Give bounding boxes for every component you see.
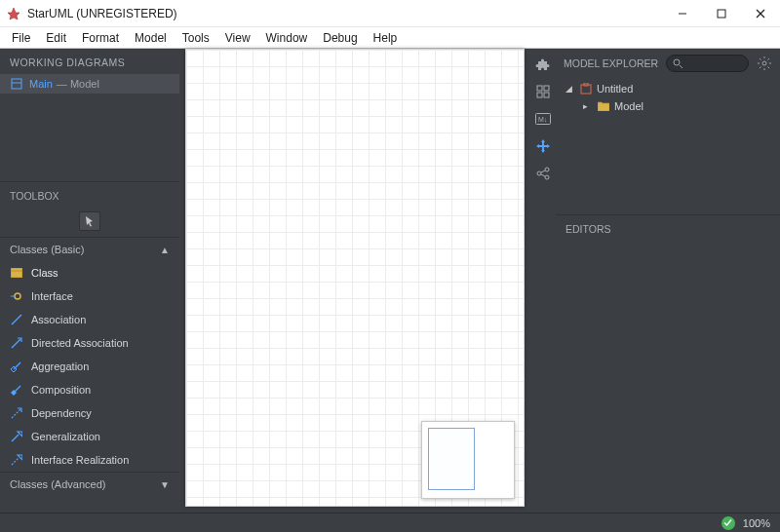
tool-interface[interactable]: Interface — [0, 285, 179, 308]
menu-window[interactable]: Window — [258, 29, 316, 47]
window-title: StarUML (UNREGISTERED) — [27, 7, 663, 20]
folder-icon — [597, 99, 610, 113]
svg-line-12 — [12, 339, 20, 348]
working-diagram-type: — Model — [57, 78, 99, 90]
maximize-button[interactable] — [702, 0, 741, 27]
zoom-level[interactable]: 100% — [743, 517, 770, 529]
editors-header: EDITORS — [556, 214, 780, 243]
canvas-area — [179, 49, 530, 513]
minimize-button[interactable] — [663, 0, 702, 27]
menu-view[interactable]: View — [217, 29, 258, 47]
svg-rect-22 — [537, 86, 542, 91]
gear-icon[interactable] — [757, 56, 772, 71]
model-explorer-header-row: MODEL EXPLORER — [556, 49, 780, 78]
toolbox-cursor-row — [0, 208, 179, 237]
right-panel: MODEL EXPLORER ◢ Untitled ▸ Model EDITOR… — [556, 49, 780, 513]
tree-caret-expanded-icon[interactable]: ◢ — [566, 84, 575, 94]
tool-generalization[interactable]: Generalization — [0, 425, 179, 448]
svg-point-33 — [674, 59, 680, 65]
tool-dependency[interactable]: Dependency — [0, 401, 179, 425]
svg-line-42 — [768, 58, 770, 60]
svg-line-13 — [14, 362, 20, 369]
chevron-up-icon: ▲ — [160, 245, 170, 255]
move-icon[interactable] — [533, 136, 553, 156]
share-icon[interactable] — [533, 164, 553, 183]
tool-association[interactable]: Association — [0, 308, 179, 331]
tool-label: Interface Realization — [31, 454, 129, 466]
model-explorer-header: MODEL EXPLORER — [564, 57, 658, 69]
minimap[interactable] — [421, 421, 515, 499]
interface-realization-icon — [10, 453, 23, 467]
project-icon — [579, 82, 593, 95]
menu-debug[interactable]: Debug — [315, 29, 365, 47]
tool-class[interactable]: Class — [0, 261, 179, 285]
toolbox-section-classes-advanced[interactable]: Classes (Advanced) ▼ — [0, 472, 179, 496]
window-controls — [663, 0, 780, 27]
svg-line-43 — [760, 67, 761, 69]
tool-composition[interactable]: Composition — [0, 378, 179, 401]
svg-rect-23 — [544, 86, 549, 91]
svg-point-30 — [545, 175, 549, 179]
directed-association-icon — [10, 336, 23, 350]
toolbox-header: TOOLBOX — [0, 181, 179, 208]
model-explorer-search-input[interactable] — [686, 58, 742, 69]
app-icon — [6, 6, 21, 21]
model-explorer-tree: ◢ Untitled ▸ Model — [556, 78, 780, 117]
toolbox-section-label: Classes (Basic) — [10, 244, 84, 255]
svg-marker-21 — [18, 455, 22, 460]
menu-model[interactable]: Model — [127, 29, 175, 47]
diagram-icon — [10, 77, 23, 91]
tree-row-root[interactable]: ◢ Untitled — [562, 80, 774, 97]
tree-caret-collapsed-icon[interactable]: ▸ — [583, 101, 593, 111]
select-tool-button[interactable] — [79, 211, 100, 231]
composition-icon — [10, 383, 23, 397]
menu-edit[interactable]: Edit — [38, 29, 74, 47]
svg-line-34 — [680, 65, 682, 68]
title-bar: StarUML (UNREGISTERED) — [0, 0, 780, 27]
model-explorer-search[interactable] — [666, 55, 749, 72]
status-bar: 100% — [0, 513, 780, 532]
working-diagram-item[interactable]: Main — Model — [0, 74, 179, 94]
tool-label: Aggregation — [31, 361, 89, 372]
menu-help[interactable]: Help — [366, 29, 406, 47]
working-diagrams-header: WORKING DIAGRAMS — [0, 49, 179, 74]
tool-label: Class — [31, 267, 58, 279]
tree-row-model[interactable]: ▸ Model — [562, 97, 774, 115]
menu-format[interactable]: Format — [74, 29, 127, 47]
extension-icon[interactable] — [533, 55, 553, 74]
menu-tools[interactable]: Tools — [175, 29, 217, 47]
search-icon — [673, 58, 682, 68]
association-icon — [10, 313, 23, 326]
minimap-viewport[interactable] — [428, 428, 475, 490]
toolbox-section-label: Classes (Advanced) — [10, 478, 105, 490]
tool-label: Composition — [31, 384, 91, 396]
markdown-icon[interactable]: M↓ — [533, 109, 553, 129]
tool-label: Association — [31, 314, 86, 325]
status-ok-icon[interactable] — [722, 516, 735, 530]
tool-interface-realization[interactable]: Interface Realization — [0, 448, 179, 472]
working-diagram-name: Main — [29, 78, 53, 90]
left-spacer — [0, 94, 179, 181]
tree-label: Untitled — [597, 83, 633, 95]
tool-aggregation[interactable]: Aggregation — [0, 355, 179, 378]
svg-line-32 — [541, 174, 545, 176]
generalization-icon — [10, 430, 23, 443]
grid-icon[interactable] — [533, 82, 553, 101]
menu-file[interactable]: File — [4, 29, 38, 47]
svg-line-11 — [12, 315, 21, 324]
svg-point-35 — [762, 61, 766, 65]
tool-directed-association[interactable]: Directed Association — [0, 331, 179, 355]
svg-rect-2 — [718, 10, 725, 18]
svg-line-17 — [12, 409, 20, 418]
svg-point-9 — [15, 293, 20, 299]
close-button[interactable] — [741, 0, 780, 27]
menu-bar: File Edit Format Model Tools View Window… — [0, 27, 780, 49]
toolbox-items[interactable]: Class Interface Association Directed Ass… — [0, 261, 179, 472]
svg-point-28 — [545, 168, 549, 171]
left-panel: WORKING DIAGRAMS Main — Model TOOLBOX Cl… — [0, 49, 179, 513]
class-icon — [10, 266, 23, 280]
chevron-down-icon: ▼ — [160, 479, 170, 490]
svg-rect-5 — [12, 79, 21, 89]
svg-line-18 — [12, 435, 19, 441]
toolbox-section-classes-basic[interactable]: Classes (Basic) ▲ — [0, 237, 179, 261]
